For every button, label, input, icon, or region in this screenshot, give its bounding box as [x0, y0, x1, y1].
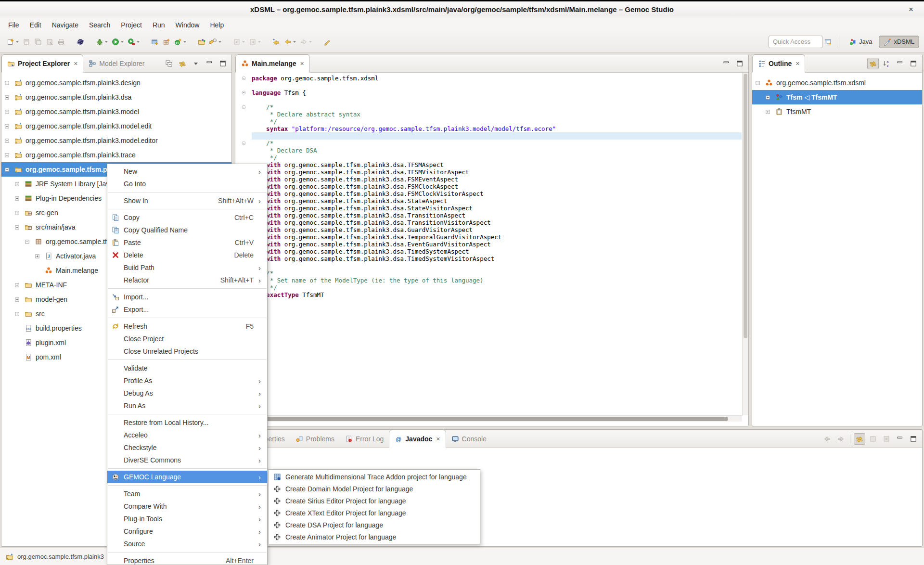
- code-line-12[interactable]: */: [235, 154, 742, 161]
- context-menu-item-configure[interactable]: Configure›: [107, 525, 267, 538]
- code-line-27[interactable]: [235, 262, 742, 270]
- expander-plus-icon[interactable]: [4, 123, 13, 129]
- disabled-box2-button[interactable]: [881, 433, 892, 445]
- new-package-button[interactable]: [161, 35, 172, 49]
- expander-plus-icon[interactable]: [765, 94, 773, 101]
- context-menu-item-delete[interactable]: DeleteDelete: [107, 249, 267, 261]
- editor-body[interactable]: package org.gemoc.sample.tfsm.xdsmllangu…: [235, 73, 748, 426]
- code-area[interactable]: package org.gemoc.sample.tfsm.xdsmllangu…: [235, 75, 742, 298]
- context-menu-item-debug-as[interactable]: Debug As›: [107, 387, 267, 399]
- context-menu-item-copy[interactable]: CopyCtrl+C: [107, 211, 267, 224]
- back-gray-button[interactable]: [821, 433, 833, 445]
- code-line-2[interactable]: [235, 82, 742, 89]
- code-line-8[interactable]: syntax "platform:/resource/org.gemoc.sam…: [235, 125, 742, 132]
- mark-occurrences-button[interactable]: [321, 35, 333, 49]
- search-button[interactable]: [207, 35, 223, 49]
- project-item-org-gemoc-sample-tfsm-plaink3-dsa[interactable]: org.gemoc.sample.tfsm.plaink3.dsa: [1, 90, 231, 104]
- submenu-item-create-sirius-editor-project-for-language[interactable]: Create Sirius Editor Project for languag…: [269, 495, 480, 507]
- view-tab-javadoc[interactable]: @Javadoc×: [389, 430, 446, 448]
- outline-item-tfsm-tfsmmt[interactable]: Tfsm ◁ TfsmMT: [752, 90, 922, 104]
- window-close-button[interactable]: ×: [909, 5, 913, 14]
- minimize-button[interactable]: [894, 58, 906, 69]
- context-menu-item-new[interactable]: New›: [107, 165, 267, 178]
- context-menu-item-restore-from-local-history[interactable]: Restore from Local History...: [107, 416, 267, 429]
- code-line-18[interactable]: with org.gemoc.sample.tfsm.plaink3.dsa.S…: [235, 197, 742, 205]
- context-menu-item-team[interactable]: Team›: [107, 488, 267, 500]
- expander-plus-icon[interactable]: [4, 94, 13, 101]
- context-menu-item-export[interactable]: Export...: [107, 303, 267, 316]
- code-line-15[interactable]: with org.gemoc.sample.tfsm.plaink3.dsa.F…: [235, 176, 742, 183]
- context-menu-item-refactor[interactable]: RefactorShift+Alt+T›: [107, 274, 267, 286]
- expander-plus-icon[interactable]: [4, 152, 13, 158]
- disabled-box-button[interactable]: [867, 433, 879, 445]
- tab-close-icon[interactable]: ×: [436, 435, 440, 443]
- world-button[interactable]: [75, 35, 86, 49]
- editor-tab-main-melange[interactable]: Main.melange×: [235, 54, 310, 73]
- code-line-29[interactable]: * Set name of the ModelType (ie: the typ…: [235, 277, 742, 284]
- context-menu-item-import[interactable]: Import...: [107, 291, 267, 303]
- expander-minus-icon[interactable]: [14, 224, 23, 231]
- submenu-item-create-dsa-project-for-language[interactable]: Create DSA Project for language: [269, 519, 480, 531]
- code-line-19[interactable]: with org.gemoc.sample.tfsm.plaink3.dsa.S…: [235, 205, 742, 212]
- project-item-org-gemoc-sample-tfsm-plaink3-trace[interactable]: org.gemoc.sample.tfsm.plaink3.trace: [1, 148, 231, 162]
- context-menu-item-compare-with[interactable]: Compare With›: [107, 500, 267, 513]
- debug-button[interactable]: [94, 35, 110, 49]
- sort-az-button[interactable]: az: [881, 58, 892, 69]
- code-line-4[interactable]: [235, 96, 742, 103]
- context-menu-item-validate[interactable]: Validate: [107, 362, 267, 374]
- run-history-button[interactable]: [126, 35, 141, 49]
- fold-collapse-icon[interactable]: [235, 90, 252, 95]
- outline-tab-outline[interactable]: Outline×: [752, 54, 805, 73]
- menubar-item-search[interactable]: Search: [84, 20, 116, 30]
- code-line-3[interactable]: language Tfsm {: [235, 89, 742, 96]
- editor-horizontal-scrollbar[interactable]: [235, 415, 742, 422]
- code-line-13[interactable]: with org.gemoc.sample.tfsm.plaink3.dsa.T…: [235, 161, 742, 168]
- perspective-button-java[interactable]: Java: [844, 36, 877, 48]
- code-line-14[interactable]: with org.gemoc.sample.tfsm.plaink3.dsa.T…: [235, 168, 742, 176]
- context-menu-item-gemoc-language[interactable]: GEMOC Language›: [107, 471, 267, 483]
- tab-close-icon[interactable]: ×: [74, 60, 77, 67]
- context-menu-item-refresh[interactable]: RefreshF5: [107, 320, 267, 333]
- submenu-item-generate-multidimensional-trace-addon-project-for-language[interactable]: Generate Multidimensional Trace Addon pr…: [269, 471, 480, 483]
- context-menu-item-close-unrelated-projects[interactable]: Close Unrelated Projects: [107, 345, 267, 358]
- tab-close-icon[interactable]: ×: [300, 60, 304, 67]
- code-line-5[interactable]: /*: [235, 103, 742, 111]
- back-button[interactable]: [282, 35, 298, 49]
- code-line-24[interactable]: with org.gemoc.sample.tfsm.plaink3.dsa.E…: [235, 241, 742, 248]
- code-line-6[interactable]: * Declare abstract syntax: [235, 111, 742, 118]
- expander-plus-icon[interactable]: [14, 181, 23, 187]
- code-line-25[interactable]: with org.gemoc.sample.tfsm.plaink3.dsa.T…: [235, 248, 742, 255]
- open-type-button[interactable]: [196, 35, 207, 49]
- context-menu-item-diverse-commons[interactable]: DiverSE Commons›: [107, 454, 267, 466]
- expander-minus-icon[interactable]: [755, 80, 763, 86]
- new-wizard-button[interactable]: [5, 35, 21, 49]
- project-item-org-gemoc-sample-tfsm-plaink3-design[interactable]: org.gemoc.sample.tfsm.plaink3.design: [1, 76, 231, 90]
- menubar-item-file[interactable]: File: [3, 20, 25, 30]
- link-editor-button[interactable]: [854, 433, 865, 445]
- menubar-item-project[interactable]: Project: [116, 20, 147, 30]
- context-menu-item-run-as[interactable]: Run As›: [107, 399, 267, 412]
- context-menu-item-build-path[interactable]: Build Path›: [107, 261, 267, 274]
- menubar-item-window[interactable]: Window: [170, 20, 205, 30]
- code-line-1[interactable]: package org.gemoc.sample.tfsm.xdsml: [235, 75, 742, 82]
- code-line-7[interactable]: */: [235, 118, 742, 125]
- submenu-item-create-domain-model-project-for-language[interactable]: Create Domain Model Project for language: [269, 483, 480, 495]
- fold-collapse-icon[interactable]: [235, 76, 252, 81]
- run-dropdown-chevron[interactable]: [121, 41, 124, 43]
- menubar-item-edit[interactable]: Edit: [25, 20, 47, 30]
- submenu-item-create-xtext-editor-project-for-language[interactable]: Create XText Editor Project for language: [269, 507, 480, 519]
- code-line-30[interactable]: */: [235, 284, 742, 291]
- code-line-16[interactable]: with org.gemoc.sample.tfsm.plaink3.dsa.F…: [235, 183, 742, 190]
- code-line-10[interactable]: /*: [235, 140, 742, 147]
- project-item-org-gemoc-sample-tfsm-plaink3-model-editor[interactable]: org.gemoc.sample.tfsm.plaink3.model.edit…: [1, 133, 231, 148]
- code-line-21[interactable]: with org.gemoc.sample.tfsm.plaink3.dsa.T…: [235, 219, 742, 226]
- context-menu-item-paste[interactable]: PasteCtrl+V: [107, 236, 267, 249]
- expander-plus-icon[interactable]: [4, 80, 13, 86]
- expander-plus-icon[interactable]: [765, 109, 773, 115]
- forward-gray-button[interactable]: [835, 433, 847, 445]
- view-tab-console[interactable]: Console: [446, 430, 492, 448]
- context-menu-item-properties[interactable]: PropertiesAlt+Enter: [107, 554, 267, 565]
- context-menu-item-go-into[interactable]: Go Into: [107, 178, 267, 190]
- code-line-23[interactable]: with org.gemoc.sample.tfsm.plaink3.dsa.T…: [235, 233, 742, 241]
- run-history-dropdown-chevron[interactable]: [137, 41, 140, 43]
